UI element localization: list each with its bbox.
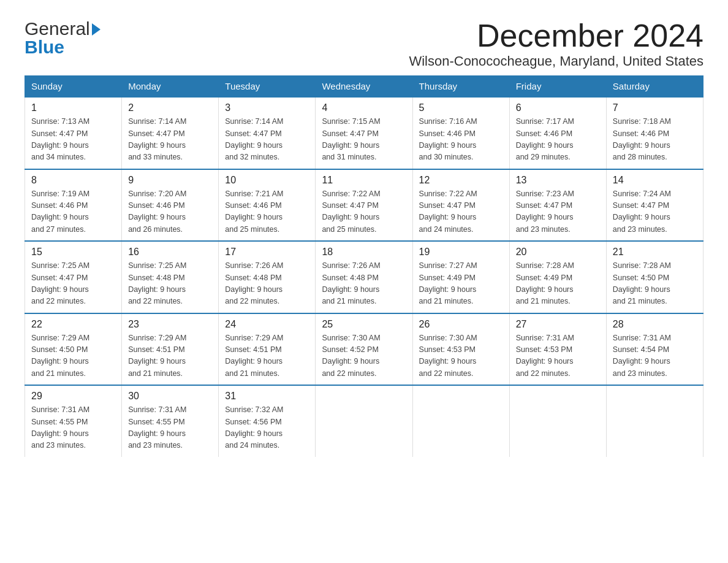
day-number: 30 [128, 391, 212, 402]
day-number: 27 [516, 319, 600, 330]
calendar-week-row: 1 Sunrise: 7:13 AM Sunset: 4:47 PM Dayli… [25, 97, 703, 169]
day-info: Sunrise: 7:18 AM Sunset: 4:46 PM Dayligh… [613, 116, 697, 164]
day-number: 22 [31, 319, 115, 330]
day-info: Sunrise: 7:19 AM Sunset: 4:46 PM Dayligh… [31, 188, 115, 236]
day-info: Sunrise: 7:29 AM Sunset: 4:50 PM Dayligh… [31, 332, 115, 380]
day-info: Sunrise: 7:22 AM Sunset: 4:47 PM Dayligh… [322, 188, 406, 236]
calendar-week-row: 15 Sunrise: 7:25 AM Sunset: 4:47 PM Dayl… [25, 241, 703, 313]
day-number: 1 [31, 102, 115, 113]
calendar-cell [412, 385, 509, 457]
calendar-cell: 26 Sunrise: 7:30 AM Sunset: 4:53 PM Dayl… [412, 313, 509, 386]
day-number: 29 [31, 391, 115, 402]
calendar-cell [606, 385, 703, 457]
month-title: December 2024 [409, 18, 703, 53]
day-number: 4 [322, 102, 406, 113]
logo-general-text: General [25, 18, 90, 39]
calendar-cell: 16 Sunrise: 7:25 AM Sunset: 4:48 PM Dayl… [122, 241, 219, 313]
day-number: 5 [419, 102, 503, 113]
day-number: 2 [128, 102, 212, 113]
column-header-saturday: Saturday [606, 76, 703, 98]
day-info: Sunrise: 7:31 AM Sunset: 4:53 PM Dayligh… [516, 332, 600, 380]
day-number: 20 [516, 247, 600, 258]
calendar-cell: 9 Sunrise: 7:20 AM Sunset: 4:46 PM Dayli… [122, 169, 219, 242]
day-number: 12 [419, 175, 503, 186]
day-number: 26 [419, 319, 503, 330]
column-header-wednesday: Wednesday [316, 76, 412, 98]
day-info: Sunrise: 7:15 AM Sunset: 4:47 PM Dayligh… [322, 116, 406, 164]
calendar-cell: 21 Sunrise: 7:28 AM Sunset: 4:50 PM Dayl… [606, 241, 703, 313]
day-number: 7 [613, 102, 697, 113]
day-info: Sunrise: 7:14 AM Sunset: 4:47 PM Dayligh… [128, 116, 212, 164]
title-area: December 2024 Wilson-Conococheague, Mary… [409, 18, 703, 69]
calendar-cell: 24 Sunrise: 7:29 AM Sunset: 4:51 PM Dayl… [219, 313, 316, 386]
day-number: 9 [128, 175, 212, 186]
calendar-cell: 31 Sunrise: 7:32 AM Sunset: 4:56 PM Dayl… [219, 385, 316, 457]
calendar-header: SundayMondayTuesdayWednesdayThursdayFrid… [25, 76, 703, 98]
day-info: Sunrise: 7:30 AM Sunset: 4:52 PM Dayligh… [322, 332, 406, 380]
calendar-cell: 29 Sunrise: 7:31 AM Sunset: 4:55 PM Dayl… [25, 385, 122, 457]
calendar-cell: 12 Sunrise: 7:22 AM Sunset: 4:47 PM Dayl… [412, 169, 509, 242]
calendar-cell: 11 Sunrise: 7:22 AM Sunset: 4:47 PM Dayl… [316, 169, 412, 242]
day-number: 18 [322, 247, 406, 258]
day-number: 11 [322, 175, 406, 186]
day-number: 16 [128, 247, 212, 258]
calendar-cell: 30 Sunrise: 7:31 AM Sunset: 4:55 PM Dayl… [122, 385, 219, 457]
day-info: Sunrise: 7:25 AM Sunset: 4:47 PM Dayligh… [31, 260, 115, 308]
day-info: Sunrise: 7:30 AM Sunset: 4:53 PM Dayligh… [419, 332, 503, 380]
calendar-cell: 13 Sunrise: 7:23 AM Sunset: 4:47 PM Dayl… [509, 169, 606, 242]
column-header-tuesday: Tuesday [219, 76, 316, 98]
calendar-cell: 7 Sunrise: 7:18 AM Sunset: 4:46 PM Dayli… [606, 97, 703, 169]
calendar-week-row: 29 Sunrise: 7:31 AM Sunset: 4:55 PM Dayl… [25, 385, 703, 457]
day-info: Sunrise: 7:25 AM Sunset: 4:48 PM Dayligh… [128, 260, 212, 308]
day-number: 17 [225, 247, 309, 258]
day-info: Sunrise: 7:29 AM Sunset: 4:51 PM Dayligh… [128, 332, 212, 380]
calendar-cell [509, 385, 606, 457]
day-info: Sunrise: 7:13 AM Sunset: 4:47 PM Dayligh… [31, 116, 115, 164]
day-number: 6 [516, 102, 600, 113]
calendar-cell: 15 Sunrise: 7:25 AM Sunset: 4:47 PM Dayl… [25, 241, 122, 313]
calendar-cell: 17 Sunrise: 7:26 AM Sunset: 4:48 PM Dayl… [219, 241, 316, 313]
calendar-cell: 25 Sunrise: 7:30 AM Sunset: 4:52 PM Dayl… [316, 313, 412, 386]
day-info: Sunrise: 7:20 AM Sunset: 4:46 PM Dayligh… [128, 188, 212, 236]
day-number: 15 [31, 247, 115, 258]
day-info: Sunrise: 7:32 AM Sunset: 4:56 PM Dayligh… [225, 404, 309, 452]
day-number: 13 [516, 175, 600, 186]
calendar-cell: 19 Sunrise: 7:27 AM Sunset: 4:49 PM Dayl… [412, 241, 509, 313]
day-number: 19 [419, 247, 503, 258]
day-info: Sunrise: 7:28 AM Sunset: 4:49 PM Dayligh… [516, 260, 600, 308]
day-number: 23 [128, 319, 212, 330]
calendar-cell: 27 Sunrise: 7:31 AM Sunset: 4:53 PM Dayl… [509, 313, 606, 386]
calendar-week-row: 8 Sunrise: 7:19 AM Sunset: 4:46 PM Dayli… [25, 169, 703, 242]
day-info: Sunrise: 7:28 AM Sunset: 4:50 PM Dayligh… [613, 260, 697, 308]
column-header-sunday: Sunday [25, 76, 122, 98]
calendar-cell: 20 Sunrise: 7:28 AM Sunset: 4:49 PM Dayl… [509, 241, 606, 313]
day-info: Sunrise: 7:21 AM Sunset: 4:46 PM Dayligh… [225, 188, 309, 236]
day-number: 24 [225, 319, 309, 330]
column-header-thursday: Thursday [412, 76, 509, 98]
day-number: 28 [613, 319, 697, 330]
calendar-cell: 6 Sunrise: 7:17 AM Sunset: 4:46 PM Dayli… [509, 97, 606, 169]
day-info: Sunrise: 7:31 AM Sunset: 4:55 PM Dayligh… [128, 404, 212, 452]
day-info: Sunrise: 7:29 AM Sunset: 4:51 PM Dayligh… [225, 332, 309, 380]
column-header-monday: Monday [122, 76, 219, 98]
day-info: Sunrise: 7:23 AM Sunset: 4:47 PM Dayligh… [516, 188, 600, 236]
day-info: Sunrise: 7:31 AM Sunset: 4:55 PM Dayligh… [31, 404, 115, 452]
calendar-cell: 5 Sunrise: 7:16 AM Sunset: 4:46 PM Dayli… [412, 97, 509, 169]
calendar-cell: 22 Sunrise: 7:29 AM Sunset: 4:50 PM Dayl… [25, 313, 122, 386]
day-info: Sunrise: 7:16 AM Sunset: 4:46 PM Dayligh… [419, 116, 503, 164]
day-number: 31 [225, 391, 309, 402]
location-title: Wilson-Conococheague, Maryland, United S… [409, 53, 703, 69]
logo-arrow-icon [92, 23, 100, 36]
logo: General Blue [25, 18, 100, 58]
day-info: Sunrise: 7:26 AM Sunset: 4:48 PM Dayligh… [322, 260, 406, 308]
calendar-cell [316, 385, 412, 457]
day-number: 14 [613, 175, 697, 186]
calendar-table: SundayMondayTuesdayWednesdayThursdayFrid… [25, 75, 703, 457]
day-number: 21 [613, 247, 697, 258]
calendar-cell: 23 Sunrise: 7:29 AM Sunset: 4:51 PM Dayl… [122, 313, 219, 386]
calendar-cell: 14 Sunrise: 7:24 AM Sunset: 4:47 PM Dayl… [606, 169, 703, 242]
calendar-cell: 2 Sunrise: 7:14 AM Sunset: 4:47 PM Dayli… [122, 97, 219, 169]
logo-blue-text: Blue [25, 37, 100, 58]
day-number: 8 [31, 175, 115, 186]
page-header: General Blue December 2024 Wilson-Conoco… [25, 18, 703, 69]
